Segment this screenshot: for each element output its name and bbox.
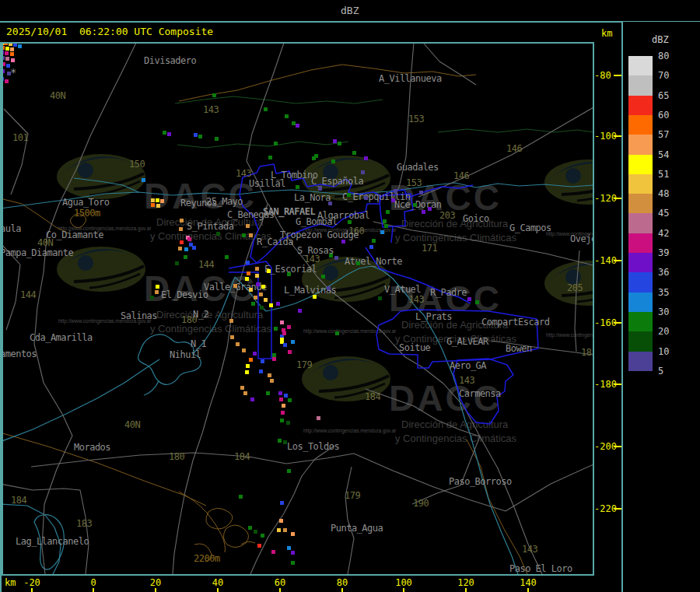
legend-value-label: 54 <box>658 149 669 160</box>
radar-echo <box>261 534 264 538</box>
place-label: R_Padre <box>430 287 467 298</box>
radar-echo <box>178 247 182 250</box>
radar-echo <box>180 240 184 244</box>
radar-echo <box>215 137 219 141</box>
radar-echo <box>266 391 270 395</box>
legend-value-label: 48 <box>658 188 669 199</box>
radar-echo <box>6 64 10 68</box>
radar-echo <box>240 386 244 390</box>
route-label: 180 <box>169 451 184 462</box>
bottom-axis-label: 40 <box>212 577 223 588</box>
place-label: La_Nora <box>294 192 331 203</box>
radar-echo <box>327 286 331 290</box>
radar-echo <box>272 353 276 357</box>
legend-panel: dBZ 807065605754514845423936353020105 <box>623 22 700 592</box>
radar-echo <box>341 240 345 243</box>
place-label: Atuel_Norte <box>345 256 402 267</box>
radar-echo <box>328 201 332 205</box>
canal-layer-path <box>177 142 348 148</box>
radar-echo <box>156 204 160 208</box>
radar-echo <box>250 398 254 401</box>
place-label: Punta_Agua <box>331 523 383 534</box>
radar-echo <box>422 210 425 214</box>
radar-echo <box>282 331 286 335</box>
place-label: G_Bombal <box>296 216 338 227</box>
radar-echo <box>369 245 373 249</box>
radar-echo <box>187 237 191 241</box>
bottom-axis-label: -20 <box>23 577 40 588</box>
radar-echo <box>249 288 253 292</box>
road-layer-path <box>4 109 28 194</box>
place-label: N_2 <box>193 309 208 320</box>
route-label: 184 <box>11 495 26 506</box>
radar-echo <box>291 340 295 344</box>
radar-echo <box>288 398 292 402</box>
radar-echo <box>192 246 196 250</box>
legend-swatch <box>628 135 653 155</box>
radar-echo <box>212 93 216 97</box>
route-label: 184 <box>365 391 380 402</box>
right-axis-label: -100 <box>594 131 617 142</box>
radar-echo <box>261 285 265 289</box>
radar-echo <box>296 185 299 189</box>
radar-echo <box>259 370 263 373</box>
watermark-line1: Dirección de Agricultura <box>156 309 264 321</box>
canal-layer-path <box>175 96 383 103</box>
route-label: 179 <box>345 490 360 501</box>
radar-echo <box>298 309 302 313</box>
radar-echo <box>246 261 250 264</box>
road-layer-path <box>506 464 593 511</box>
legend-value-label: 5 <box>658 366 663 377</box>
route-label: 143 <box>408 294 424 305</box>
road-layer-path <box>34 43 136 574</box>
right-axis-label: -200 <box>594 441 617 452</box>
legend-value-label: 39 <box>658 247 669 258</box>
legend-swatch <box>628 174 653 194</box>
misc-label: * <box>10 66 16 79</box>
elevation-contour-layer-path <box>241 541 255 545</box>
radar-echo <box>292 121 296 125</box>
radar-echo <box>335 331 339 335</box>
place-label: Nce_Doran <box>394 199 442 210</box>
route-label: 143 <box>522 544 537 555</box>
route-label: 183 <box>76 518 92 529</box>
place-label: S_Pintada <box>187 221 234 232</box>
road-layer <box>0 43 593 574</box>
radar-echo <box>280 419 284 422</box>
route-label: 143 <box>236 168 251 179</box>
radar-echo <box>247 271 250 275</box>
radar-echo <box>246 364 250 368</box>
place-label: aula <box>0 223 21 234</box>
bottom-axis-label: 20 <box>150 577 161 588</box>
place-label: Soitue <box>399 342 431 353</box>
place-label: Reyunos <box>180 198 217 208</box>
radar-echo <box>225 255 229 259</box>
radar-echo <box>255 274 259 278</box>
radar-echo <box>267 269 271 273</box>
radar-echo <box>236 342 240 346</box>
route-label: 179 <box>296 359 312 370</box>
legend-swatch <box>628 75 653 96</box>
place-label: Oveje <box>570 233 597 244</box>
radar-echo <box>268 373 271 377</box>
radar-echo <box>383 219 387 223</box>
legend-swatch <box>628 96 653 115</box>
radar-echo <box>11 58 15 62</box>
radar-echo <box>10 47 14 51</box>
radar-echo <box>5 57 9 61</box>
legend-value-label: 70 <box>658 70 669 81</box>
place-label: N_1 <box>191 338 206 349</box>
route-label: 143 <box>203 104 219 115</box>
route-label: 153 <box>408 114 424 124</box>
bottom-axis-label: 80 <box>337 577 348 588</box>
radar-echo <box>278 391 282 395</box>
radar-echo <box>246 224 250 228</box>
road-layer-path <box>412 436 480 504</box>
route-label: 144 <box>20 289 36 300</box>
radar-echo <box>318 187 322 191</box>
radar-echo <box>419 191 423 194</box>
radar-echo <box>245 277 249 281</box>
bottom-axis-label: 140 <box>520 577 537 588</box>
route-label: 171 <box>422 243 437 254</box>
radar-echo <box>287 325 291 329</box>
